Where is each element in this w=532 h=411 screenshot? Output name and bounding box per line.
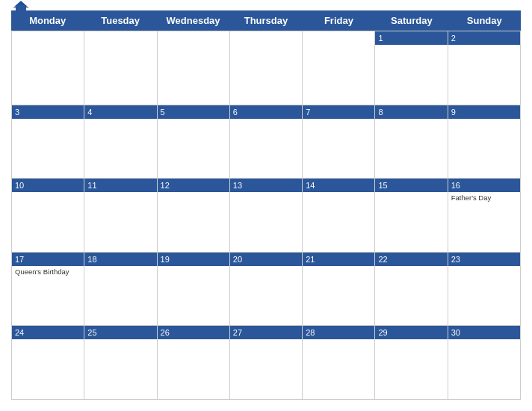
day-header-saturday: Saturday: [375, 10, 448, 31]
calendar-cell: 19: [158, 253, 230, 327]
calendar-cell: 23: [448, 253, 521, 327]
calendar-cell: 3: [12, 105, 84, 179]
date-number: 10: [12, 179, 84, 192]
date-number: 15: [375, 179, 447, 192]
calendar-cell: [84, 31, 157, 105]
date-number: 3: [12, 105, 84, 119]
calendar-cell: 4: [84, 105, 157, 179]
calendar-cell: 12: [158, 179, 230, 253]
calendar-cell: 20: [230, 253, 303, 327]
calendar-cell: 24: [12, 326, 84, 400]
date-number: 29: [375, 326, 447, 339]
date-number: 26: [158, 326, 229, 339]
event-label: Father's Day: [451, 194, 517, 202]
calendar-cell: 30: [448, 326, 521, 400]
calendar-cell: 2: [448, 31, 521, 105]
calendar-cell: [12, 31, 84, 105]
date-number: 14: [303, 179, 374, 192]
calendar-cell: 25: [84, 326, 157, 400]
date-number: 4: [84, 105, 156, 119]
calendar-cell: 8: [375, 105, 448, 179]
date-number: 28: [303, 326, 374, 339]
calendar-cell: 5: [158, 105, 230, 179]
date-number: 25: [84, 326, 156, 339]
day-header-tuesday: Tuesday: [84, 10, 156, 31]
date-number: 30: [448, 326, 520, 339]
date-number: 23: [448, 253, 520, 266]
date-number: 5: [158, 105, 229, 119]
date-number: 9: [448, 105, 520, 119]
date-number: 20: [230, 253, 302, 266]
date-number: 18: [84, 253, 156, 266]
calendar-cell: 22: [375, 253, 448, 327]
calendar-cell: [158, 31, 230, 105]
calendar-cell: 29: [375, 326, 448, 400]
logo-bird-icon: [13, 1, 29, 14]
date-number: 27: [230, 326, 302, 339]
calendar-cell: 17Queen's Birthday: [12, 253, 84, 327]
calendar-cell: 7: [303, 105, 375, 179]
calendar-wrapper: MondayTuesdayWednesdayThursdayFridaySatu…: [0, 0, 532, 411]
date-number: 2: [448, 31, 520, 45]
calendar-cell: 10: [12, 179, 84, 253]
calendar-cell: [230, 31, 303, 105]
date-number: 6: [230, 105, 302, 119]
calendar-cell: 26: [158, 326, 230, 400]
calendar-cell: 21: [303, 253, 375, 327]
calendar-cell: 11: [84, 179, 157, 253]
calendar-cell: 13: [230, 179, 303, 253]
logo: [11, 1, 29, 14]
calendar-cell: 9: [448, 105, 521, 179]
calendar-cell: 15: [375, 179, 448, 253]
calendar-cell: 18: [84, 253, 157, 327]
date-number: 16: [448, 179, 520, 192]
date-number: 13: [230, 179, 302, 192]
calendar-cell: 6: [230, 105, 303, 179]
day-header-sunday: Sunday: [448, 10, 521, 31]
day-header-wednesday: Wednesday: [157, 10, 229, 31]
date-number: 12: [158, 179, 229, 192]
calendar-cell: 27: [230, 326, 303, 400]
day-headers-row: MondayTuesdayWednesdayThursdayFridaySatu…: [11, 10, 521, 31]
event-label: Queen's Birthday: [15, 268, 81, 276]
calendar-cell: 14: [303, 179, 375, 253]
calendar-cell: 28: [303, 326, 375, 400]
day-header-friday: Friday: [303, 10, 375, 31]
date-number: 24: [12, 326, 84, 339]
date-number: 1: [375, 31, 447, 45]
date-number: 21: [303, 253, 374, 266]
calendar-grid: 12345678910111213141516Father's Day17Que…: [11, 31, 521, 400]
date-number: 19: [158, 253, 229, 266]
calendar-cell: [303, 31, 375, 105]
date-number: 11: [84, 179, 156, 192]
day-header-thursday: Thursday: [229, 10, 302, 31]
date-number: 7: [303, 105, 374, 119]
date-number: 22: [375, 253, 447, 266]
date-number: 17: [12, 253, 84, 266]
calendar-cell: 16Father's Day: [448, 179, 521, 253]
date-number: 8: [375, 105, 447, 119]
calendar-cell: 1: [375, 31, 448, 105]
